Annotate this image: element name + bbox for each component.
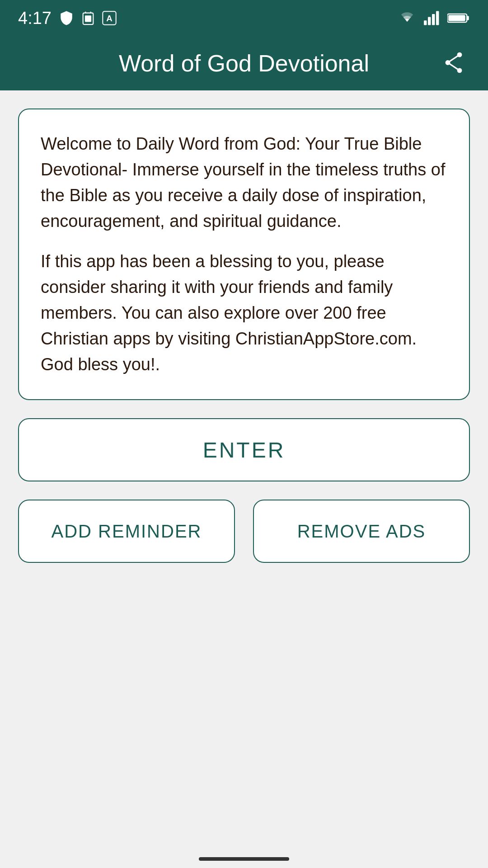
- main-content: Welcome to Daily Word from God: Your Tru…: [0, 90, 488, 868]
- welcome-paragraph-2: If this app has been a blessing to you, …: [41, 249, 447, 377]
- remove-ads-button[interactable]: REMOVE ADS: [253, 500, 470, 563]
- welcome-text: Welcome to Daily Word from God: Your Tru…: [41, 131, 447, 377]
- enter-button[interactable]: ENTER: [18, 418, 470, 481]
- signal-icon: [424, 10, 440, 26]
- home-indicator: [199, 857, 289, 861]
- svg-rect-7: [436, 11, 439, 25]
- add-reminder-button[interactable]: ADD REMINDER: [18, 500, 235, 563]
- status-bar-left: 4:17 A: [18, 9, 117, 28]
- svg-rect-5: [428, 17, 431, 25]
- svg-text:A: A: [106, 14, 112, 23]
- battery-icon: [447, 12, 470, 24]
- status-time: 4:17: [18, 9, 52, 28]
- svg-line-14: [448, 55, 460, 62]
- share-button[interactable]: [437, 47, 470, 80]
- svg-rect-9: [467, 16, 469, 20]
- svg-rect-6: [432, 14, 435, 25]
- share-icon: [442, 51, 465, 75]
- welcome-box: Welcome to Daily Word from God: Your Tru…: [18, 108, 470, 400]
- bottom-buttons: ADD REMINDER REMOVE ADS: [18, 500, 470, 563]
- wifi-icon: [398, 10, 417, 26]
- svg-line-15: [448, 63, 460, 71]
- page-title: Word of God Devotional: [119, 50, 369, 77]
- svg-rect-10: [448, 15, 465, 21]
- sim-icon: [81, 10, 95, 26]
- shield-icon: [59, 10, 74, 26]
- app-header: Word of God Devotional: [0, 36, 488, 90]
- status-bar: 4:17 A: [0, 0, 488, 36]
- font-icon: A: [102, 10, 117, 26]
- status-bar-right: [398, 10, 470, 26]
- svg-rect-1: [85, 15, 91, 22]
- svg-rect-4: [424, 20, 427, 25]
- welcome-paragraph-1: Welcome to Daily Word from God: Your Tru…: [41, 131, 447, 234]
